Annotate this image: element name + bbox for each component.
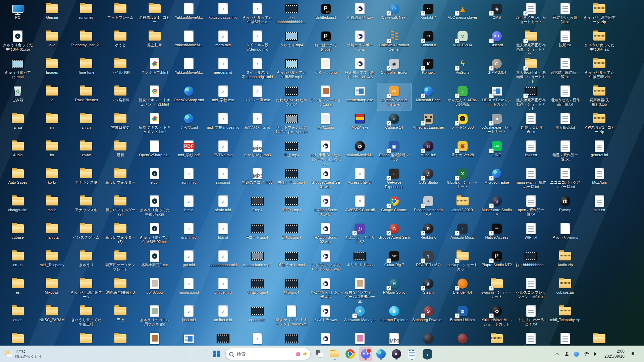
desktop-icon[interactable]: ゆYukkuriMovieM... xyxy=(343,138,377,166)
desktop-icon[interactable]: ‹きゅうり食ってた午後3時-02.cpr xyxy=(138,221,172,248)
desktop-icon[interactable]: ksks.txt xyxy=(514,138,548,166)
desktop-icon[interactable]: おっhhhhhhhhhh... xyxy=(514,248,548,276)
desktop-icon[interactable]: Audio.zip xyxy=(548,248,582,276)
desktop-icon[interactable]: インスタグラム xyxy=(69,221,103,248)
desktop-icon[interactable]: YukkuriMovieM... xyxy=(172,56,206,83)
desktop-icon[interactable]: open.mp4 xyxy=(240,303,274,330)
network-button[interactable] xyxy=(584,347,589,361)
desktop-icon[interactable]: ニコニコバックアップ一覧.txt xyxy=(548,166,582,193)
desktop-icon[interactable]: ‹9.cpr xyxy=(138,166,172,193)
desktop-icon[interactable]: ○↗Blender 4.4 xyxy=(445,276,480,303)
desktop-icon[interactable]: きゅうり食ってた.mp4 xyxy=(1,56,35,83)
desktop-icon[interactable]: ▶小銭詰まり.wav xyxy=(343,1,377,28)
desktop-icon[interactable]: ▶こってむｈｄすおｆｄｓｂらぁ.wav xyxy=(309,248,343,276)
task-view-button[interactable] xyxy=(313,347,326,361)
desktop-icon[interactable]: 売上 xyxy=(103,303,138,330)
desktop-icon[interactable]: きゅうり_調声用データ.zip xyxy=(582,1,616,28)
weather-widget[interactable]: 27°C 晴れのちくもり xyxy=(0,346,46,362)
desktop-icon[interactable]: ♪タイトル未設定.tempo.mid xyxy=(240,28,274,56)
desktop-icon[interactable]: akis.txt xyxy=(582,193,616,221)
desktop-icon[interactable]: ▶新規エクスポート.wav xyxy=(343,28,377,56)
desktop-icon[interactable]: S↗MuseScore Studio 4 xyxy=(480,193,514,221)
desktop-icon[interactable]: createdump.exe xyxy=(343,83,377,111)
desktop-icon[interactable]: id-id xyxy=(35,28,69,56)
desktop-icon[interactable]: ♪ xyxy=(240,330,274,347)
desktop-icon[interactable]: open - 親作品一覧.txt xyxy=(514,193,548,221)
desktop-icon[interactable]: PC xyxy=(1,1,35,28)
desktop-icon[interactable]: G↗GIMP 3.0.4 xyxy=(480,56,514,83)
desktop-icon[interactable]: ♪MP3無題のスコア.mp3 xyxy=(240,166,274,193)
desktop-icon[interactable]: Fコード.mp4 xyxy=(240,221,274,248)
desktop-icon[interactable]: ヘルスコンプレッション＿歌詞.txt xyxy=(514,276,548,303)
desktop-icon[interactable]: malib xyxy=(35,193,69,221)
desktop-icon[interactable]: Audio xyxy=(1,138,35,166)
desktop-icon[interactable]: S↗Steinberg Downlo... xyxy=(411,303,445,330)
desktop-icon[interactable]: ♪b.mid xyxy=(172,193,206,221)
desktop-icon[interactable]: ▲↗VLC media player xyxy=(445,1,480,28)
desktop-icon[interactable]: ◗↗GeForce Experience xyxy=(377,166,411,193)
desktop-icon[interactable]: PDFmid_学校.pdf xyxy=(172,138,206,166)
desktop-icon[interactable]: ♪umibet.mid xyxy=(206,303,240,330)
desktop-icon[interactable]: PNT2Untitled.ppsf xyxy=(309,1,343,28)
desktop-icon[interactable]: きゅうり_調声用データ xyxy=(69,276,103,303)
desktop-icon[interactable]: Gemini xyxy=(35,1,69,28)
desktop-icon[interactable]: A↗Activation Manager xyxy=(343,303,377,330)
desktop-icon[interactable]: アナウンス冬 xyxy=(69,193,103,221)
desktop-icon[interactable]: ‹↗Cubase 14 xyxy=(377,111,411,138)
desktop-icon[interactable] xyxy=(274,330,309,347)
desktop-icon[interactable]: ¤AWSSDK.Core.dll xyxy=(343,193,377,221)
desktop-icon[interactable]: ko xyxy=(35,138,69,166)
desktop-icon[interactable]: きゅうり食ってた午後3時 .zip xyxy=(582,28,616,56)
desktop-icon[interactable]: アナウンス夏 xyxy=(69,166,103,193)
desktop-icon[interactable]: 名称未設定1 - コピー xyxy=(138,1,172,28)
desktop-icon[interactable]: ▶HALion Sonic 01.wav xyxy=(309,193,343,221)
desktop-icon[interactable]: ▶ずんだもん_しおかぜ.wav xyxy=(309,276,343,303)
desktop-icon[interactable]: ▶001_東北きりたん（ノーマル）_今じゃ... xyxy=(309,138,343,166)
desktop-icon[interactable] xyxy=(582,330,616,347)
desktop-icon[interactable]: 無題 - 親作品一覧.txt xyxy=(548,138,582,166)
desktop-icon[interactable]: ♪hamusu.mid xyxy=(172,276,206,303)
desktop-icon[interactable]: ↯↗REAPER (x64) xyxy=(411,248,445,276)
desktop-icon[interactable]: ゆうと xyxy=(103,28,138,56)
desktop-icon[interactable]: midi_Telepathy.zip xyxy=(548,303,582,330)
desktop-icon[interactable]: まにまにわーるど！.txt xyxy=(514,303,548,330)
desktop-icon[interactable]: ▣↗Epson 接続診断ツール xyxy=(377,138,411,166)
desktop-icon[interactable]: ↗Microsoft Edge xyxy=(480,166,514,193)
desktop-icon[interactable]: ↗無人販売不正行為画像 - ショートカッ... xyxy=(514,28,548,56)
desktop-icon[interactable]: ↗Discord xyxy=(480,28,514,56)
desktop-icon[interactable]: OpenCvSharp.xml xyxy=(172,83,206,111)
desktop-icon[interactable]: レジ袋有料 xyxy=(103,83,138,111)
desktop-icon[interactable]: ◉↗CMS xyxy=(480,1,514,28)
desktop-icon[interactable]: ♪mid_学校 muse.mid xyxy=(206,111,240,138)
desktop-icon[interactable]: GR7↗Guitar Rig 7 xyxy=(377,248,411,276)
desktop-icon[interactable]: ♪mid_学校.mid xyxy=(206,83,240,111)
desktop-icon[interactable]: ♪sirofo.mid xyxy=(206,193,240,221)
desktop-icon[interactable]: ♪mero.mid xyxy=(206,28,240,56)
desktop-icon[interactable]: 通知うぜえ - 親作品一覧.txt xyxy=(548,83,582,111)
desktop-icon[interactable]: ↗万引きメモ.txt - ショートカット xyxy=(514,1,548,28)
chrome-button[interactable] xyxy=(343,347,357,361)
media-player-button[interactable]: ▶ xyxy=(390,347,403,361)
desktop-icon[interactable]: ↗backup - ショートカット xyxy=(445,248,480,276)
desktop-icon[interactable]: H↗MuseHub xyxy=(411,138,445,166)
desktop-icon[interactable]: TimeTune xyxy=(69,56,103,83)
desktop-icon[interactable]: きゅうり.mp4 xyxy=(274,28,309,56)
desktop-icon[interactable]: ¤general.ini xyxy=(582,138,616,166)
desktop-icon[interactable] xyxy=(445,330,480,347)
desktop-icon[interactable]: 羽尻へ.mp4 xyxy=(274,193,309,221)
notepad-button[interactable] xyxy=(405,347,419,361)
desktop-icon[interactable]: 筆↗筆まめ Ver.28 xyxy=(445,138,480,166)
desktop-icon[interactable]: かるーく.png xyxy=(309,56,343,83)
desktop-icon[interactable]: ▶答え知っててもむずいわこれ.wav xyxy=(343,56,377,83)
desktop-icon[interactable]: ♪きゅうり食ってた午後3時.mid xyxy=(240,1,274,28)
desktop-icon[interactable]: Telepathy_Inst_2... xyxy=(69,28,103,56)
desktop-icon[interactable]: midi_Telepathy xyxy=(35,248,69,276)
desktop-icon[interactable]: H↗HALion Sonic xyxy=(377,276,411,303)
desktop-icon[interactable]: 新規 テキスト ドキュメント.musicxml xyxy=(274,303,309,330)
desktop-icon[interactable] xyxy=(1,330,35,347)
desktop-icon[interactable]: 井上.mp4 xyxy=(274,138,309,166)
desktop-icon[interactable]: NKSC_PARAM xyxy=(35,303,69,330)
desktop-icon[interactable]: 説明.txt xyxy=(548,28,582,56)
desktop-icon[interactable]: chatgpt-site xyxy=(1,193,35,221)
desktop-icon[interactable]: ♪MP3 xyxy=(377,330,411,347)
